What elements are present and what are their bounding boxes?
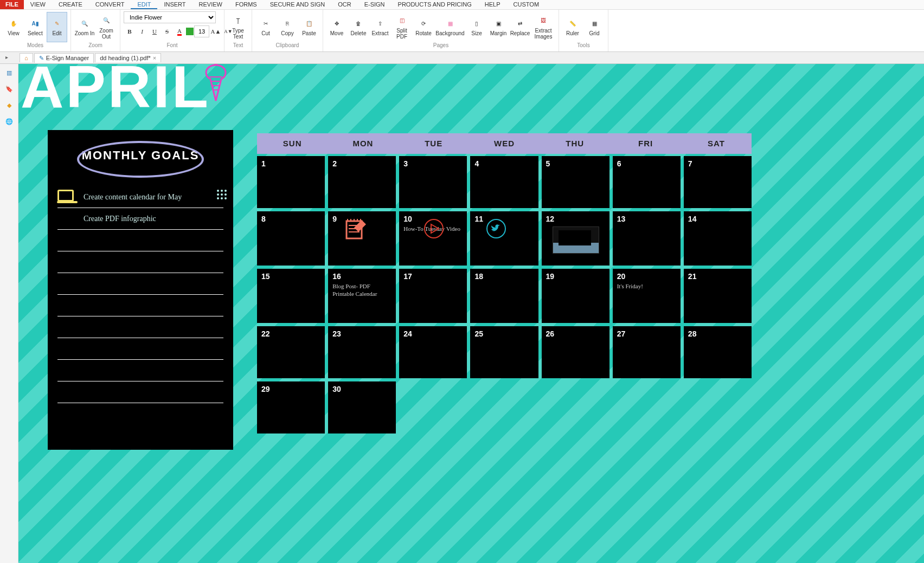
- ruler-button[interactable]: 📏Ruler: [562, 12, 583, 42]
- calendar-cell[interactable]: 15: [257, 269, 325, 323]
- type-text-button[interactable]: ṮType Text: [228, 12, 248, 42]
- goal-item[interactable]: [57, 251, 223, 273]
- font-family-select[interactable]: Indie Flower: [124, 11, 216, 23]
- calendar-cell[interactable]: 19: [542, 269, 609, 323]
- drag-handle-icon[interactable]: [217, 190, 227, 199]
- menu-file[interactable]: FILE: [0, 0, 24, 9]
- goal-item[interactable]: [57, 338, 223, 360]
- menu-create[interactable]: CREATE: [52, 0, 89, 9]
- calendar-cell[interactable]: 28: [684, 326, 752, 378]
- delete-button[interactable]: 🗑Delete: [348, 12, 369, 42]
- calendar-cell[interactable]: 13: [613, 211, 681, 266]
- background-button[interactable]: ▦Background: [435, 12, 465, 42]
- menu-secure[interactable]: SECURE AND SIGN: [264, 0, 331, 9]
- split-pdf-button[interactable]: ◫Split PDF: [392, 12, 412, 42]
- font-size-input[interactable]: [194, 25, 209, 37]
- menu-edit[interactable]: EDIT: [131, 0, 157, 9]
- goal-item[interactable]: [57, 316, 223, 338]
- collapse-chevron-icon[interactable]: ▸: [5, 54, 8, 60]
- italic-button[interactable]: I: [136, 25, 148, 37]
- tab-label: E-Sign Manager: [46, 55, 89, 61]
- highlight-button[interactable]: [186, 28, 194, 35]
- calendar-cell[interactable]: 14: [684, 211, 752, 266]
- menu-review[interactable]: REVIEW: [193, 0, 229, 9]
- extract-button[interactable]: ⇪Extract: [370, 12, 390, 42]
- move-button[interactable]: ✥Move: [326, 12, 347, 42]
- goal-item[interactable]: [57, 230, 223, 251]
- goal-item[interactable]: Create PDF infographic: [57, 208, 223, 230]
- font-color-button[interactable]: A: [174, 25, 185, 37]
- menu-custom[interactable]: CUSTOM: [507, 0, 546, 9]
- close-icon[interactable]: ×: [153, 55, 156, 61]
- menu-convert[interactable]: CONVERT: [89, 0, 131, 9]
- menu-forms[interactable]: FORMS: [229, 0, 264, 9]
- layers-panel-icon[interactable]: ◆: [3, 99, 16, 112]
- rotate-button[interactable]: ⟳Rotate: [413, 12, 434, 42]
- calendar-cell[interactable]: 26: [542, 326, 609, 378]
- menu-products[interactable]: PRODUCTS AND PRICING: [392, 0, 478, 9]
- document-viewport[interactable]: APRIL MONTHLY GOALS Create content calen…: [18, 64, 924, 563]
- calendar-cell[interactable]: 20It's Friday!: [613, 269, 681, 323]
- calendar-cell[interactable]: 2: [328, 156, 396, 208]
- view-button[interactable]: ✋View: [3, 12, 24, 42]
- calendar-cell[interactable]: 1: [257, 156, 325, 208]
- strike-button[interactable]: S: [161, 25, 173, 37]
- goal-item[interactable]: [57, 295, 223, 316]
- calendar-cell[interactable]: 12: [542, 211, 609, 266]
- menu-ocr[interactable]: OCR: [331, 0, 357, 9]
- grow-font-button[interactable]: A▲: [210, 25, 222, 37]
- calendar-cell[interactable]: 9: [328, 211, 396, 266]
- calendar-cell[interactable]: 30: [328, 381, 396, 433]
- edit-button[interactable]: ✎Edit: [47, 12, 67, 42]
- tab-esign-manager[interactable]: ✎E-Sign Manager: [34, 53, 94, 63]
- calendar-cell[interactable]: 8: [257, 211, 325, 266]
- goal-item[interactable]: [57, 273, 223, 295]
- calendar-cell[interactable]: 17: [399, 269, 467, 323]
- calendar-cell[interactable]: 22: [257, 326, 325, 378]
- thumbnails-panel-icon[interactable]: ▥: [3, 66, 16, 79]
- cut-button[interactable]: ✂Cut: [255, 12, 276, 42]
- calendar-cell[interactable]: 7: [684, 156, 752, 208]
- web-panel-icon[interactable]: 🌐: [3, 115, 16, 128]
- paste-button[interactable]: 📋Paste: [299, 12, 319, 42]
- calendar-cell[interactable]: 23: [328, 326, 396, 378]
- tab-home[interactable]: ⌂: [20, 53, 33, 62]
- calendar-cell[interactable]: 18: [470, 269, 538, 323]
- margin-button[interactable]: ▣Margin: [488, 12, 509, 42]
- select-button[interactable]: A▮Select: [25, 12, 46, 42]
- extract-images-button[interactable]: 🖼Extract Images: [531, 12, 555, 42]
- goal-item[interactable]: [57, 381, 223, 403]
- calendar-cell[interactable]: 27: [613, 326, 681, 378]
- bold-button[interactable]: B: [124, 25, 136, 37]
- underline-button[interactable]: U: [149, 25, 161, 37]
- calendar-cell[interactable]: 10How-To Tuesday Video: [399, 211, 467, 266]
- calendar-cell[interactable]: 4: [470, 156, 538, 208]
- zoom-out-button[interactable]: 🔍Zoom Out: [96, 12, 117, 42]
- calendar-cell[interactable]: 6: [613, 156, 681, 208]
- calendar-cell[interactable]: 21: [684, 269, 752, 323]
- calendar-cell[interactable]: 25: [470, 326, 538, 378]
- calendar-cell[interactable]: 5: [542, 156, 609, 208]
- replace-button[interactable]: ⇄Replace: [510, 12, 530, 42]
- menu-esign[interactable]: E-SIGN: [358, 0, 392, 9]
- menu-insert[interactable]: INSERT: [157, 0, 192, 9]
- calendar-cell[interactable]: 11: [470, 211, 538, 266]
- grid-button[interactable]: ▦Grid: [584, 12, 605, 42]
- calendar-cell[interactable]: 29: [257, 381, 325, 433]
- size-button[interactable]: ▯Size: [466, 12, 487, 42]
- tab-document[interactable]: dd heading (1).pdf*×: [95, 53, 161, 62]
- copy-button[interactable]: ⎘Copy: [277, 12, 298, 42]
- date-number: 25: [474, 329, 534, 338]
- menu-help[interactable]: HELP: [478, 0, 507, 9]
- zoom-in-button[interactable]: 🔍Zoom In: [74, 12, 95, 42]
- goal-item[interactable]: [57, 360, 223, 381]
- menu-view[interactable]: VIEW: [24, 0, 52, 9]
- calendar-cell[interactable]: 24: [399, 326, 467, 378]
- bookmarks-panel-icon[interactable]: 🔖: [3, 82, 16, 95]
- goal-item[interactable]: Create content calendar for May: [57, 186, 223, 208]
- calendar-cell[interactable]: 16Blog Post- PDF Printable Calendar: [328, 269, 396, 323]
- ribbon-modes: ✋View A▮Select ✎Edit Modes: [0, 10, 71, 51]
- calendar-cell[interactable]: 3: [399, 156, 467, 208]
- ribbon-font: Indie Flower B I U S A A▲ A▼ Font: [120, 10, 224, 51]
- date-number: 28: [688, 329, 747, 338]
